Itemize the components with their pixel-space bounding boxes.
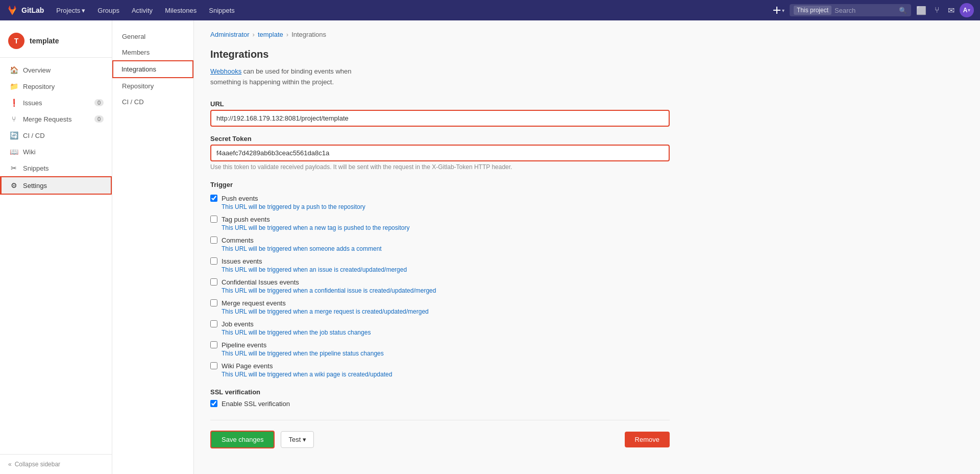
merge-request-events-label: Merge request events [222,299,286,307]
search-scope[interactable]: This project [794,6,831,15]
ssl-section: SSL verification Enable SSL verification [210,388,670,408]
wiki-page-events-label: Wiki Page events [222,362,273,370]
ssl-title: SSL verification [210,388,670,396]
user-avatar[interactable]: A ▾ [960,3,974,17]
webhook-form: URL Secret Token Use this token to valid… [210,100,670,448]
merge-requests-badge: 0 [94,115,104,123]
repository-icon: 📁 [10,82,18,90]
nav-milestones[interactable]: Milestones [161,5,201,16]
job-events-desc: This URL will be triggered when the job … [222,329,670,336]
tag-push-events-desc: This URL will be triggered when a new ta… [222,224,670,231]
sidebar-item-snippets[interactable]: ✂ Snippets [0,160,112,176]
confidential-issues-events-desc: This URL will be triggered when a confid… [222,287,670,294]
trigger-issues-events: Issues events This URL will be triggered… [210,257,670,273]
sidebar-item-overview[interactable]: 🏠 Overview [0,62,112,78]
chevron-left-icon: « [8,461,12,468]
project-sidebar: T template 🏠 Overview 📁 Repository ❗ Iss… [0,20,112,474]
issues-events-checkbox[interactable] [210,257,217,265]
overview-icon: 🏠 [10,66,18,74]
search-bar[interactable]: This project 🔍 [790,4,911,16]
sub-sidebar-ci-cd[interactable]: CI / CD [112,94,193,110]
merge-request-events-desc: This URL will be triggered when a merge … [222,308,670,315]
trigger-tag-push-events: Tag push events This URL will be trigger… [210,216,670,231]
url-input[interactable] [210,110,670,127]
comments-desc: This URL will be triggered when someone … [222,245,670,252]
webhooks-link[interactable]: Webhooks [210,67,241,75]
sidebar-item-issues[interactable]: ❗ Issues 0 [0,94,112,111]
collapse-sidebar-button[interactable]: « Collapse sidebar [0,454,112,474]
gitlab-brand[interactable]: GitLab [6,4,44,16]
sub-sidebar-repository[interactable]: Repository [112,78,193,94]
layout-icon[interactable]: ⬜ [913,4,929,17]
secret-token-input[interactable] [210,145,670,161]
job-events-checkbox[interactable] [210,320,217,327]
main-layout: T template 🏠 Overview 📁 Repository ❗ Iss… [0,20,980,474]
breadcrumb-current: Integrations [291,31,326,38]
nav-snippets[interactable]: Snippets [205,5,239,16]
wiki-page-events-desc: This URL will be triggered when a wiki p… [222,371,670,378]
nav-groups[interactable]: Groups [93,5,124,16]
nav-projects[interactable]: Projects ▾ [52,5,89,16]
sidebar-bottom: « Collapse sidebar [0,454,112,474]
search-input[interactable] [835,7,896,14]
job-events-label: Job events [222,320,254,328]
breadcrumb-template[interactable]: template [258,31,283,38]
tag-push-events-checkbox[interactable] [210,216,217,223]
wiki-page-events-checkbox[interactable] [210,362,217,369]
sub-sidebar-integrations[interactable]: Integrations [112,60,193,78]
trigger-pipeline-events: Pipeline events This URL will be trigger… [210,341,670,357]
url-input-wrapper [210,110,670,127]
snippets-icon: ✂ [10,164,18,172]
issues-badge: 0 [94,99,104,106]
project-avatar: T [8,33,24,49]
secret-input-wrapper [210,145,670,161]
sub-sidebar-general[interactable]: General [112,29,193,44]
ssl-item: Enable SSL verification [210,400,670,408]
inbox-icon[interactable]: ✉ [945,4,958,17]
pipeline-events-checkbox[interactable] [210,341,217,348]
chevron-down-icon: ▾ [82,7,85,14]
save-changes-button[interactable]: Save changes [210,431,275,448]
sub-sidebar-members[interactable]: Members [112,44,193,60]
confidential-issues-events-checkbox[interactable] [210,278,217,286]
plus-icon[interactable]: ▾ [770,4,788,16]
sidebar-header: T template [0,29,112,58]
trigger-section: Trigger Push events This URL will be tri… [210,181,670,378]
secret-token-label: Secret Token [210,135,670,143]
push-events-checkbox[interactable] [210,195,217,202]
ssl-verification-checkbox[interactable] [210,400,217,407]
merge-request-events-checkbox[interactable] [210,299,217,306]
merge-icon[interactable]: ⑂ [932,4,943,17]
secret-token-help: Use this token to validate received payl… [210,163,670,171]
breadcrumb-sep-1: › [253,31,255,38]
url-label: URL [210,100,670,108]
trigger-wiki-page-events: Wiki Page events This URL will be trigge… [210,362,670,378]
sidebar-item-merge-requests[interactable]: ⑂ Merge Requests 0 [0,111,112,127]
sidebar-item-ci-cd[interactable]: 🔄 CI / CD [0,127,112,144]
breadcrumb-admin[interactable]: Administrator [210,31,250,38]
confidential-issues-events-label: Confidential Issues events [222,278,299,286]
sidebar-nav: 🏠 Overview 📁 Repository ❗ Issues 0 ⑂ Mer… [0,62,112,195]
settings-sub-sidebar: General Members Integrations Repository … [112,20,194,474]
brand-name: GitLab [21,6,44,14]
sidebar-item-settings[interactable]: ⚙ Settings [0,176,112,195]
push-events-desc: This URL will be triggered by a push to … [222,203,670,210]
breadcrumb-sep-2: › [286,31,288,38]
trigger-title: Trigger [210,181,670,188]
pipeline-events-label: Pipeline events [222,341,266,349]
trigger-push-events: Push events This URL will be triggered b… [210,195,670,210]
sidebar-item-repository[interactable]: 📁 Repository [0,78,112,94]
test-button[interactable]: Test ▾ [281,431,314,448]
tag-push-events-label: Tag push events [222,216,270,223]
comments-checkbox[interactable] [210,236,217,244]
nav-activity[interactable]: Activity [128,5,157,16]
project-name: template [30,37,59,45]
trigger-merge-request-events: Merge request events This URL will be tr… [210,299,670,315]
remove-button[interactable]: Remove [625,432,670,447]
settings-icon: ⚙ [10,181,18,189]
merge-requests-icon: ⑂ [10,115,18,123]
search-icon: 🔍 [899,7,907,14]
sidebar-item-wiki[interactable]: 📖 Wiki [0,144,112,160]
comments-label: Comments [222,236,254,244]
action-bar: Save changes Test ▾ Remove [210,420,670,448]
